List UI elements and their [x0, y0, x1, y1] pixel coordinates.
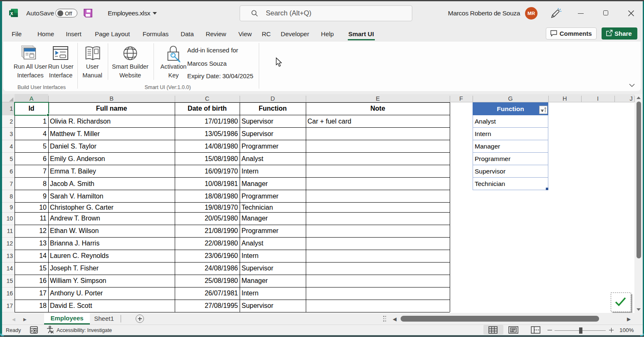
svg-text:x: x [10, 10, 13, 16]
